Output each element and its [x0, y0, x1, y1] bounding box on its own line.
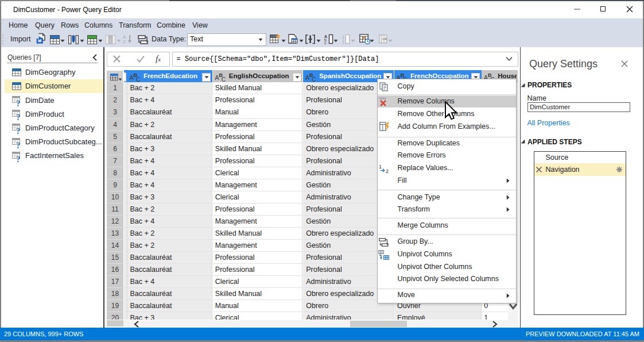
svg-text:Z: Z — [123, 39, 126, 44]
svg-text:?: ? — [16, 126, 21, 135]
svg-text:2: 2 — [386, 168, 389, 174]
svg-text:1: 1 — [379, 164, 382, 170]
svg-text:?: ? — [16, 140, 21, 149]
svg-text:?: ? — [16, 99, 21, 107]
svg-text:?: ? — [16, 113, 21, 121]
svg-text:3: 3 — [342, 41, 344, 45]
svg-text:c: c — [324, 41, 327, 44]
svg-text:?: ? — [16, 154, 21, 163]
